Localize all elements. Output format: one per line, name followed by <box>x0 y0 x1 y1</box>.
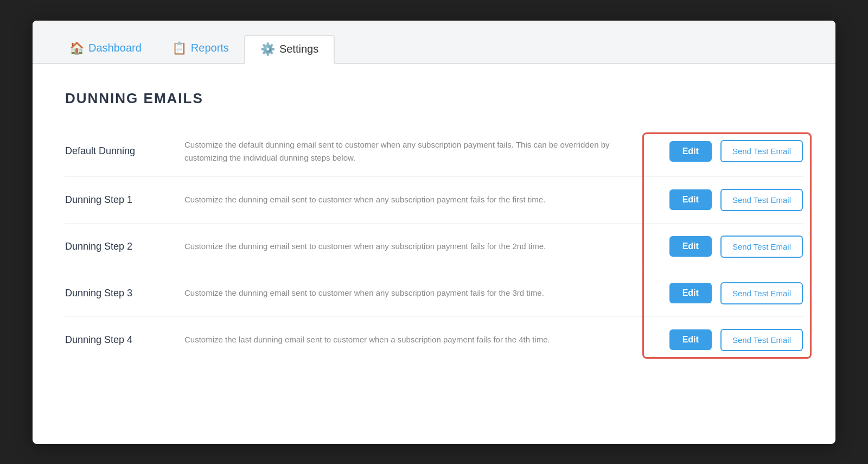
settings-icon: ⚙️ <box>260 42 275 56</box>
row-name-4: Dunning Step 4 <box>65 334 184 346</box>
row-actions-4: Edit Send Test Email <box>651 329 803 351</box>
tab-settings-label: Settings <box>279 43 318 55</box>
row-desc-1: Customize the dunning email sent to cust… <box>184 193 651 206</box>
app-window: 🏠 Dashboard 📋 Reports ⚙️ Settings DUNNIN… <box>33 21 835 444</box>
dunning-table-wrapper: Default Dunning Customize the default du… <box>65 126 803 363</box>
row-desc-3: Customize the dunning email sent to cust… <box>184 287 651 300</box>
row-desc-4: Customize the last dunning email sent to… <box>184 333 651 346</box>
page-title: DUNNING EMAILS <box>65 90 803 107</box>
edit-button-2[interactable]: Edit <box>669 236 712 257</box>
row-actions-2: Edit Send Test Email <box>651 236 803 258</box>
send-test-button-2[interactable]: Send Test Email <box>720 236 803 258</box>
reports-icon: 📋 <box>172 41 187 55</box>
row-desc-0: Customize the default dunning email sent… <box>184 138 651 164</box>
row-name-0: Default Dunning <box>65 145 184 157</box>
row-desc-2: Customize the dunning email sent to cust… <box>184 240 651 253</box>
send-test-button-4[interactable]: Send Test Email <box>720 329 803 351</box>
row-actions-0: Edit Send Test Email <box>651 140 803 162</box>
tab-settings[interactable]: ⚙️ Settings <box>244 35 335 64</box>
table-row: Dunning Step 1 Customize the dunning ema… <box>65 177 803 224</box>
edit-button-3[interactable]: Edit <box>669 283 712 303</box>
edit-button-1[interactable]: Edit <box>669 189 712 210</box>
table-row: Dunning Step 3 Customize the dunning ema… <box>65 270 803 317</box>
row-actions-3: Edit Send Test Email <box>651 282 803 304</box>
row-name-3: Dunning Step 3 <box>65 288 184 299</box>
send-test-button-3[interactable]: Send Test Email <box>720 282 803 304</box>
row-actions-1: Edit Send Test Email <box>651 189 803 211</box>
tab-reports[interactable]: 📋 Reports <box>157 34 244 63</box>
row-name-1: Dunning Step 1 <box>65 194 184 206</box>
table-row: Dunning Step 2 Customize the dunning ema… <box>65 224 803 270</box>
edit-button-4[interactable]: Edit <box>669 329 712 350</box>
home-icon: 🏠 <box>69 41 84 55</box>
send-test-button-1[interactable]: Send Test Email <box>720 189 803 211</box>
content-area: DUNNING EMAILS Default Dunning Customize… <box>33 64 835 389</box>
send-test-button-0[interactable]: Send Test Email <box>720 140 803 162</box>
tab-dashboard[interactable]: 🏠 Dashboard <box>54 34 157 63</box>
dunning-table: Default Dunning Customize the default du… <box>65 126 803 363</box>
tab-reports-label: Reports <box>191 42 229 54</box>
row-name-2: Dunning Step 2 <box>65 241 184 252</box>
table-row: Default Dunning Customize the default du… <box>65 126 803 177</box>
table-row: Dunning Step 4 Customize the last dunnin… <box>65 317 803 363</box>
tab-bar: 🏠 Dashboard 📋 Reports ⚙️ Settings <box>33 21 835 64</box>
edit-button-0[interactable]: Edit <box>669 141 712 162</box>
tab-dashboard-label: Dashboard <box>88 42 142 54</box>
